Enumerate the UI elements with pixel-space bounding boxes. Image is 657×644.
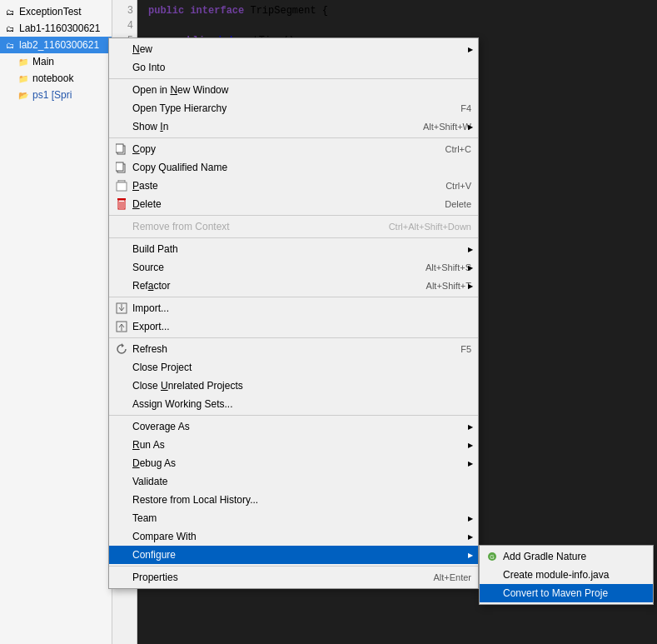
- new-icon: [114, 42, 129, 57]
- menu-item-assign-working-sets[interactable]: Assign Working Sets...: [109, 395, 478, 413]
- submenu-item-create-module[interactable]: Create module-info.java: [480, 566, 653, 584]
- menu-item-debug-as[interactable]: Debug As: [109, 454, 478, 472]
- menu-item-delete[interactable]: Delete Delete: [109, 195, 478, 213]
- go-into-icon: [114, 60, 129, 75]
- open-window-icon: [114, 82, 129, 97]
- menu-item-go-into[interactable]: Go Into: [109, 58, 478, 77]
- delete-icon: [114, 197, 129, 212]
- tree-item-ps1[interactable]: 📂 ps1 [Spri: [0, 87, 112, 103]
- line-num-4: 4: [112, 18, 137, 33]
- restore-icon: [114, 492, 129, 507]
- menu-item-team[interactable]: Team: [109, 509, 478, 527]
- configure-submenu: G Add Gradle Nature Create module-info.j…: [479, 545, 654, 605]
- compare-icon: [114, 529, 129, 544]
- keyword-interface: interface: [190, 5, 244, 17]
- menu-item-export[interactable]: Export...: [109, 317, 478, 336]
- paste-icon: [114, 178, 129, 193]
- menu-item-configure[interactable]: Configure: [109, 546, 478, 564]
- coverage-icon: [114, 419, 129, 434]
- properties-icon: [114, 570, 129, 585]
- menu-item-close-project[interactable]: Close Project: [109, 358, 478, 377]
- close-project-icon: [114, 360, 129, 375]
- type-hierarchy-icon: [114, 101, 129, 116]
- copy-icon: [114, 142, 129, 157]
- separator-8: [109, 566, 478, 567]
- keyword-public: public: [148, 5, 184, 17]
- separator-6: [109, 337, 478, 338]
- menu-item-restore-local[interactable]: Restore from Local History...: [109, 491, 478, 509]
- separator-5: [109, 297, 478, 297]
- line-num-3: 3: [112, 3, 137, 18]
- svg-rect-5: [117, 182, 127, 191]
- separator-4: [109, 237, 478, 238]
- shortcut-paste: Ctrl+V: [445, 181, 471, 191]
- shortcut-copy: Ctrl+C: [445, 144, 471, 154]
- gradle-icon: G: [485, 549, 500, 564]
- code-line-3: public interface TripSegment {: [148, 3, 650, 18]
- menu-item-refresh[interactable]: Refresh F5: [109, 340, 478, 358]
- create-module-label: Create module-info.java: [503, 569, 609, 581]
- project-icon-lab1: 🗂: [3, 22, 17, 35]
- context-menu: New Go Into Open in New Window Open Type…: [108, 37, 479, 589]
- separator-3: [109, 215, 478, 216]
- menu-item-validate[interactable]: Validate: [109, 472, 478, 491]
- remove-context-icon: [114, 219, 129, 234]
- project-icon: 🗂: [3, 5, 17, 18]
- menu-item-coverage-as[interactable]: Coverage As: [109, 417, 478, 436]
- export-icon: [114, 319, 129, 334]
- menu-item-new[interactable]: New: [109, 40, 478, 58]
- svg-rect-3: [116, 162, 123, 171]
- menu-item-copy[interactable]: Copy Ctrl+C: [109, 140, 478, 158]
- team-icon: [114, 511, 129, 526]
- source-icon: [114, 260, 129, 275]
- shortcut-show-in: Alt+Shift+W: [423, 122, 471, 132]
- import-icon: [114, 301, 129, 316]
- menu-item-remove-context[interactable]: Remove from Context Ctrl+Alt+Shift+Down: [109, 217, 478, 236]
- tree-item-lab2[interactable]: 🗂 lab2_1160300621: [0, 37, 112, 53]
- tree-item-lab1[interactable]: 🗂 Lab1-1160300621: [0, 20, 112, 37]
- code-line-4: [148, 18, 650, 33]
- separator-7: [109, 415, 478, 416]
- shortcut-source: Alt+Shift+S: [426, 262, 471, 272]
- submenu-item-add-gradle[interactable]: G Add Gradle Nature: [480, 547, 653, 566]
- tree-item-notebook[interactable]: 📁 notebook: [0, 70, 112, 87]
- menu-item-open-type-hierarchy[interactable]: Open Type Hierarchy F4: [109, 99, 478, 117]
- refactor-icon: [114, 278, 129, 293]
- debug-icon: [114, 456, 129, 471]
- create-module-icon: [485, 567, 500, 582]
- separator-1: [109, 78, 478, 79]
- tree-item-exception[interactable]: 🗂 ExceptionTest: [0, 3, 112, 20]
- menu-item-source[interactable]: Source Alt+Shift+S: [109, 258, 478, 277]
- copy-qualified-icon: [114, 160, 129, 175]
- menu-item-close-unrelated[interactable]: Close Unrelated Projects: [109, 377, 478, 395]
- tree-item-main[interactable]: 📁 Main: [0, 53, 112, 70]
- submenu-item-convert-maven[interactable]: Convert to Maven Proje: [480, 584, 653, 602]
- menu-item-properties[interactable]: Properties Alt+Enter: [109, 568, 478, 587]
- configure-icon: [114, 547, 129, 562]
- project-explorer: 🗂 ExceptionTest 🗂 Lab1-1160300621 🗂 lab2…: [0, 0, 112, 644]
- menu-item-compare-with[interactable]: Compare With: [109, 527, 478, 546]
- menu-item-paste[interactable]: Paste Ctrl+V: [109, 177, 478, 195]
- working-sets-icon: [114, 397, 129, 412]
- folder-icon-main: 📁: [17, 55, 30, 68]
- menu-item-open-new-window[interactable]: Open in New Window: [109, 81, 478, 99]
- folder-icon-ps1: 📂: [17, 88, 30, 102]
- project-icon-lab2: 🗂: [3, 38, 17, 52]
- svg-text:G: G: [490, 554, 494, 560]
- svg-rect-1: [116, 144, 123, 152]
- menu-item-import[interactable]: Import...: [109, 299, 478, 317]
- separator-2: [109, 137, 478, 138]
- convert-maven-icon: [485, 586, 500, 601]
- menu-item-run-as[interactable]: Run As: [109, 436, 478, 454]
- show-in-icon: [114, 119, 129, 134]
- svg-marker-15: [122, 343, 124, 347]
- convert-maven-label: Convert to Maven Proje: [503, 587, 608, 599]
- close-unrelated-icon: [114, 378, 129, 393]
- refresh-icon: [114, 342, 129, 357]
- menu-item-refactor[interactable]: Refactor Alt+Shift+T: [109, 277, 478, 295]
- run-icon: [114, 437, 129, 452]
- menu-item-show-in[interactable]: Show In Alt+Shift+W: [109, 117, 478, 136]
- menu-item-copy-qualified[interactable]: Copy Qualified Name: [109, 158, 478, 177]
- menu-item-build-path[interactable]: Build Path: [109, 240, 478, 258]
- add-gradle-label: Add Gradle Nature: [503, 551, 586, 562]
